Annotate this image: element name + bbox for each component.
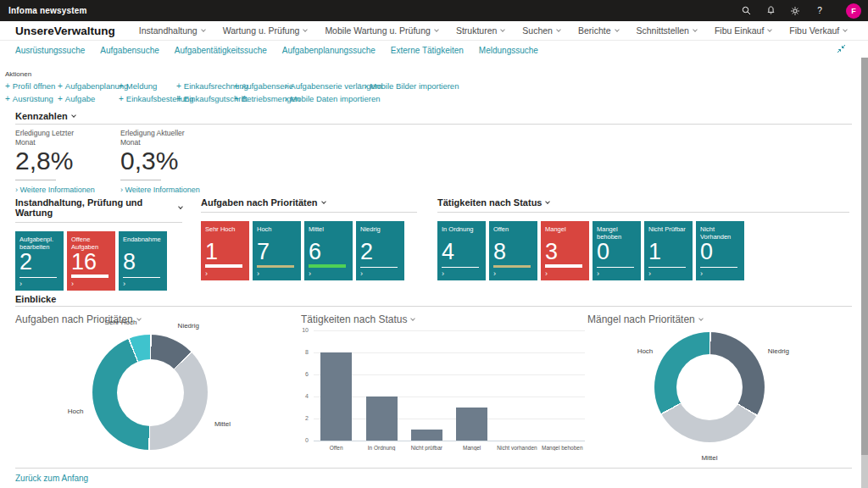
nav-item-mobile-wartung-u-prufung[interactable]: Mobile Wartung u. Prüfung: [325, 25, 438, 36]
kpi-more-info-link[interactable]: › Weitere Informationen: [15, 186, 95, 194]
tile-value: 1: [205, 241, 218, 263]
donut-chart-mangel-nach-prioritaten: [654, 332, 765, 442]
x-axis-category-label: Nicht vorhanden: [494, 445, 539, 451]
tile-row: Sehr Hoch1›Hoch7›Mittel6›Niedrig2›: [201, 221, 417, 280]
kpi-more-info-link[interactable]: › Weitere Informationen: [120, 186, 200, 194]
x-axis-category-label: In Ordnung: [359, 445, 403, 451]
action-meldung[interactable]: +Meldung: [119, 81, 176, 91]
tile-group-header[interactable]: Instandhaltung, Prüfung und Wartung: [15, 197, 182, 218]
action-profil-offnen[interactable]: +Profil öffnen: [5, 81, 58, 91]
subnav-link-aufgabenplanungssuche[interactable]: Aufgabenplanungssuche: [282, 46, 376, 55]
action-mobile-daten-importieren[interactable]: ›Mobile Daten importieren: [285, 94, 364, 103]
kennzahlen-header[interactable]: Kennzahlen: [15, 111, 75, 121]
tile-sehr-hoch[interactable]: Sehr Hoch1›: [201, 221, 249, 280]
tile-hoch[interactable]: Hoch7›: [253, 221, 301, 280]
tile-offene-aufgaben[interactable]: Offene Aufgaben16›: [67, 231, 115, 291]
action-aufgabenserie-verlangern[interactable]: ›Aufgabenserie verlängern: [285, 81, 364, 91]
tile-indicator-bar: [442, 267, 479, 268]
tile-nicht-vorhanden[interactable]: Nicht Vorhanden0›: [696, 221, 744, 280]
nav-item-label: Mobile Wartung u. Prüfung: [325, 25, 431, 36]
action-aufgabenserie[interactable]: +Aufgabenserie: [234, 81, 285, 91]
subnav-link-aufgabentatigkeitssuche[interactable]: Aufgabentätigkeitssuche: [175, 46, 267, 55]
action-aufgabenplanung[interactable]: +Aufgabenplanung: [58, 81, 119, 91]
y-axis-tick-label: 8: [288, 349, 309, 355]
tile-offen[interactable]: Offen8›: [489, 221, 537, 280]
action-einkaufsbestellung[interactable]: +Einkaufsbestellung: [119, 94, 176, 103]
tile-nicht-prufbar[interactable]: Nicht Prüfbar1›: [644, 221, 693, 280]
nav-item-label: Fibu Verkauf: [789, 25, 839, 36]
tile-value: 1: [648, 241, 661, 263]
chevron-right-icon: ›: [493, 270, 496, 278]
search-icon[interactable]: [741, 6, 751, 16]
tile-aufgabenpl-bearbeiten[interactable]: Aufgabenpl. bearbeiten2›: [15, 231, 64, 291]
plus-icon: +: [176, 95, 181, 103]
tile-niedrig[interactable]: Niedrig2›: [356, 221, 404, 280]
action-ausrustung[interactable]: +Ausrüstung: [5, 94, 58, 103]
chevron-down-icon: [136, 316, 142, 321]
notifications-icon[interactable]: [765, 6, 776, 16]
tile-group-header[interactable]: Aufgaben nach Prioritäten: [201, 197, 417, 208]
tile-endabnahme[interactable]: Endabnahme8›: [119, 231, 167, 291]
nav-item-fibu-verkauf[interactable]: Fibu Verkauf: [789, 25, 847, 36]
chevron-down-icon: [201, 27, 206, 32]
chevron-right-icon: ›: [545, 270, 548, 278]
back-to-top-link[interactable]: Zurück zum Anfang: [15, 474, 88, 483]
action-column: +Profil öffnen+Ausrüstung: [5, 81, 58, 103]
nav-item-wartung-u-prufung[interactable]: Wartung u. Prüfung: [223, 25, 308, 36]
nav-item-label: Schnittstellen: [637, 25, 689, 36]
plus-icon: +: [234, 95, 239, 103]
bar-in-ordnung: [366, 396, 398, 441]
nav-item-label: Suchen: [522, 25, 553, 36]
action-column: +Meldung+Einkaufsbestellung: [119, 81, 176, 103]
chevron-down-icon: [178, 204, 183, 209]
action-betriebsmengen[interactable]: +Betriebsmengen: [234, 94, 285, 103]
chevron-right-icon: ›: [360, 270, 363, 278]
tile-group-tatigkeiten-nach-status: Tätigkeiten nach StatusIn Ordnung4›Offen…: [437, 197, 849, 280]
tile-indicator-bar: [648, 267, 686, 268]
tile-mangel-behoben[interactable]: Mangel behoben0›: [593, 221, 641, 280]
nav-item-suchen[interactable]: Suchen: [522, 25, 560, 36]
tile-in-ordnung[interactable]: In Ordnung4›: [437, 221, 486, 280]
subnav-link-aufgabensuche[interactable]: Aufgabensuche: [100, 46, 159, 55]
nav-item-label: Strukturen: [456, 25, 497, 36]
tile-mittel[interactable]: Mittel6›: [304, 221, 353, 280]
chart-header-maengel-nach-prioritaeten[interactable]: Mängel nach Prioritäten: [587, 313, 703, 325]
tile-mangel[interactable]: Mangel3›: [541, 221, 589, 280]
insights-header: Einblicke: [15, 294, 56, 304]
help-icon[interactable]: ?: [815, 6, 825, 16]
scrollbar-track[interactable]: [861, 455, 868, 488]
collapse-arrows-icon[interactable]: [837, 42, 846, 57]
action-mobile-bilder-importieren[interactable]: ›Mobile Bilder importieren: [364, 81, 475, 91]
action-aufgabe[interactable]: +Aufgabe: [58, 94, 119, 103]
nav-item-fibu-einkauf[interactable]: Fibu Einkauf: [715, 25, 771, 36]
divider: [120, 180, 161, 180]
subnav-link-externe-tatigkeiten[interactable]: Externe Tätigkeiten: [391, 46, 464, 55]
plus-icon: +: [58, 95, 63, 103]
tile-value: 16: [71, 251, 97, 274]
action-label: Profil öffnen: [13, 81, 56, 91]
divider: [201, 212, 417, 213]
nav-item-label: Berichte: [578, 25, 611, 36]
kpi-label: Erledigung Letzter Monat: [15, 129, 92, 147]
tile-group-header[interactable]: Tätigkeiten nach Status: [437, 197, 849, 208]
nav-item-schnittstellen[interactable]: Schnittstellen: [637, 25, 697, 36]
action-einkaufsrechnung[interactable]: +Einkaufsrechnung: [176, 81, 234, 91]
tile-value: 2: [360, 241, 373, 263]
tile-label: Hoch: [257, 225, 298, 233]
main-navigation: UnsereVerwaltung InstandhaltungWartung u…: [0, 21, 868, 41]
donut-hole: [117, 359, 184, 426]
nav-item-berichte[interactable]: Berichte: [578, 25, 619, 36]
settings-gear-icon[interactable]: [790, 6, 800, 16]
chart-header-taetigkeiten-nach-status[interactable]: Tätigkeiten nach Status: [301, 313, 415, 325]
subnav-link-ausrustungssuche[interactable]: Ausrüstungssuche: [15, 46, 85, 55]
tile-group-title: Instandhaltung, Prüfung und Wartung: [15, 197, 175, 218]
action-column: +Aufgabenserie+Betriebsmengen: [234, 81, 285, 103]
nav-item-instandhaltung[interactable]: Instandhaltung: [139, 25, 205, 36]
subnav-link-meldungssuche[interactable]: Meldungssuche: [479, 46, 538, 55]
action-einkaufsgutschrift[interactable]: +Einkaufsgutschrift: [176, 94, 234, 103]
donut-label-hoch: Hoch: [637, 347, 654, 355]
nav-item-strukturen[interactable]: Strukturen: [456, 25, 504, 36]
avatar[interactable]: F: [846, 3, 861, 19]
tile-row: In Ordnung4›Offen8›Mangel3›Mangel behobe…: [437, 221, 849, 280]
scrollbar-thumb[interactable]: [861, 58, 868, 455]
